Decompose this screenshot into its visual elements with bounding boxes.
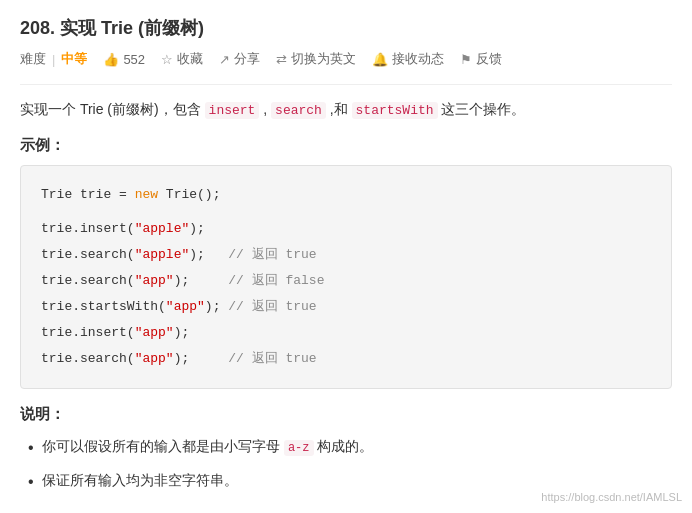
flag-icon: ⚑: [460, 52, 472, 67]
code-block: Trie trie = new Trie(); trie.insert("app…: [20, 165, 672, 389]
share-label: 分享: [234, 50, 260, 68]
notes-title: 说明：: [20, 405, 672, 424]
like-item[interactable]: 👍 552: [103, 52, 145, 67]
collect-label: 收藏: [177, 50, 203, 68]
notes-list: 你可以假设所有的输入都是由小写字母 a-z 构成的。 保证所有输入均为非空字符串…: [20, 434, 672, 493]
translate-label: 切换为英文: [291, 50, 356, 68]
code-line-7: trie.search("app"); // 返回 true: [41, 346, 651, 372]
difficulty-item: 难度 | 中等: [20, 50, 87, 68]
difficulty-value: 中等: [61, 50, 87, 68]
bell-icon: 🔔: [372, 52, 388, 67]
code-az: a-z: [284, 440, 314, 456]
code-spacer-1: [41, 208, 651, 216]
note-item-2: 保证所有输入均为非空字符串。: [24, 468, 672, 493]
note-item-1: 你可以假设所有的输入都是由小写字母 a-z 构成的。: [24, 434, 672, 460]
code-line-4: trie.search("app"); // 返回 false: [41, 268, 651, 294]
code-line-1: Trie trie = new Trie();: [41, 182, 651, 208]
code-search: search: [271, 102, 326, 119]
notify-item[interactable]: 🔔 接收动态: [372, 50, 444, 68]
thumbs-up-icon: 👍: [103, 52, 119, 67]
feedback-item[interactable]: ⚑ 反馈: [460, 50, 502, 68]
watermark: https://blog.csdn.net/IAMLSL: [541, 491, 682, 503]
share-icon: ↗: [219, 52, 230, 67]
code-line-6: trie.insert("app");: [41, 320, 651, 346]
problem-description: 实现一个 Trie (前缀树)，包含 insert , search ,和 st…: [20, 97, 672, 122]
collect-item[interactable]: ☆ 收藏: [161, 50, 203, 68]
star-icon: ☆: [161, 52, 173, 67]
code-insert: insert: [205, 102, 260, 119]
code-startswith: startsWith: [352, 102, 438, 119]
translate-icon: ⇄: [276, 52, 287, 67]
notify-label: 接收动态: [392, 50, 444, 68]
like-count: 552: [123, 52, 145, 67]
feedback-label: 反馈: [476, 50, 502, 68]
page-title: 208. 实现 Trie (前缀树): [20, 16, 672, 40]
difficulty-label: 难度: [20, 50, 46, 68]
share-item[interactable]: ↗ 分享: [219, 50, 260, 68]
meta-bar: 难度 | 中等 👍 552 ☆ 收藏 ↗ 分享 ⇄ 切换为英文 🔔 接收动态 ⚑…: [20, 50, 672, 68]
translate-item[interactable]: ⇄ 切换为英文: [276, 50, 356, 68]
divider: [20, 84, 672, 85]
code-line-2: trie.insert("apple");: [41, 216, 651, 242]
example-title: 示例：: [20, 136, 672, 155]
code-line-3: trie.search("apple"); // 返回 true: [41, 242, 651, 268]
code-line-5: trie.startsWith("app"); // 返回 true: [41, 294, 651, 320]
